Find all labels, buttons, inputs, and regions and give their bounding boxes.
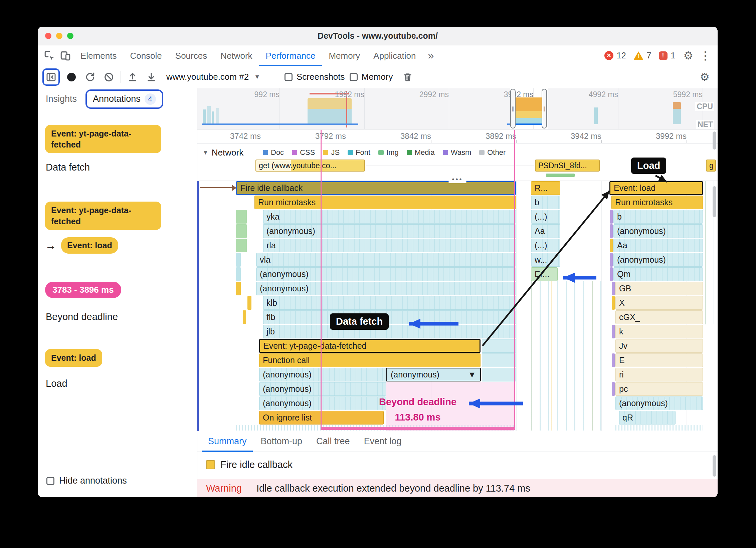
memory-checkbox-row[interactable]: Memory xyxy=(350,72,393,82)
tab-memory[interactable]: Memory xyxy=(322,45,367,66)
download-profile-icon[interactable] xyxy=(144,70,158,84)
details-tab-event-log[interactable]: Event log xyxy=(358,431,408,452)
flame-bar[interactable]: (anonymous) xyxy=(615,396,703,410)
tab-sources[interactable]: Sources xyxy=(169,45,214,66)
network-request[interactable]: get (www.youtube.co... xyxy=(255,160,365,172)
flame-bar[interactable]: b xyxy=(613,210,703,224)
flame-bar[interactable]: pc xyxy=(615,382,703,396)
zoom-window-button[interactable] xyxy=(67,33,73,39)
flame-bar[interactable]: b xyxy=(531,196,560,209)
flame-bar[interactable]: flb xyxy=(263,310,516,324)
network-request[interactable]: g xyxy=(706,160,716,172)
flame-bar[interactable]: Qm xyxy=(613,267,703,281)
tab-application[interactable]: Application xyxy=(367,45,422,66)
flame-bar[interactable]: (anonymous) xyxy=(256,267,516,281)
kebab-menu-icon[interactable]: ⋮ xyxy=(697,49,714,62)
profile-select[interactable]: www.youtube.com #2 ▼ xyxy=(163,72,280,82)
annotation-pill[interactable]: Event: load xyxy=(45,349,102,367)
flame-bar[interactable]: (anonymous) xyxy=(263,224,516,238)
flame-bar[interactable]: (anonymous) xyxy=(256,282,516,295)
more-tabs-icon[interactable]: » xyxy=(423,49,439,62)
annotation-pill[interactable]: Event: load xyxy=(61,237,118,254)
flame-bar[interactable]: Aa xyxy=(531,224,560,238)
annotation-pill[interactable]: Event: yt-page-data-fetched xyxy=(45,202,161,230)
error-count[interactable]: 12 xyxy=(617,51,626,60)
flame-bar[interactable]: k xyxy=(615,325,703,338)
hide-annotations-row[interactable]: Hide annotations xyxy=(46,476,127,486)
flame-bar[interactable]: Fire idle callback xyxy=(236,181,516,195)
capture-settings-gear-icon[interactable]: ⚙ xyxy=(696,70,713,83)
flame-bar[interactable]: cGX_ xyxy=(615,310,703,324)
flame-bar[interactable]: R... xyxy=(531,181,560,195)
annotation-desc[interactable]: Load xyxy=(46,378,190,389)
flame-bar[interactable]: (...) xyxy=(531,239,560,252)
error-badge-icon[interactable]: ✕ xyxy=(604,51,613,60)
scrollbar[interactable] xyxy=(713,131,716,150)
settings-gear-icon[interactable]: ⚙ xyxy=(680,49,697,62)
record-button[interactable] xyxy=(64,70,78,84)
flame-bar[interactable]: vla xyxy=(256,253,516,267)
close-window-button[interactable] xyxy=(45,33,51,39)
flame-bar[interactable]: Run microtasks xyxy=(611,196,703,209)
flame-bar[interactable]: rla xyxy=(263,239,516,252)
details-tab-bottom-up[interactable]: Bottom-up xyxy=(255,431,309,452)
timeline-overview[interactable]: 992 ms1992 ms2992 ms3992 ms4992 ms5992 m… xyxy=(197,88,718,129)
reload-and-record-button[interactable] xyxy=(83,70,97,84)
tab-annotations[interactable]: Annotations 4 xyxy=(85,89,163,109)
hide-annotations-checkbox[interactable] xyxy=(46,477,54,485)
load-annotation-label[interactable]: Load xyxy=(631,158,666,174)
flame-bar[interactable]: Er... xyxy=(531,267,558,281)
flame-bar[interactable]: Function call xyxy=(259,353,481,367)
scrollbar[interactable] xyxy=(713,186,716,217)
flame-bar[interactable]: ri xyxy=(615,368,703,381)
flame-bar[interactable]: (...) xyxy=(531,210,560,224)
upload-profile-icon[interactable] xyxy=(126,70,140,84)
details-tab-call-tree[interactable]: Call tree xyxy=(310,431,356,452)
minimize-window-button[interactable] xyxy=(56,33,62,39)
flame-bar[interactable]: X xyxy=(615,296,703,310)
screenshots-checkbox-row[interactable]: Screenshots xyxy=(285,72,345,82)
flame-bar[interactable]: Event: load xyxy=(609,181,703,195)
memory-checkbox[interactable] xyxy=(350,73,358,81)
flame-bar[interactable]: Aa xyxy=(613,239,703,252)
flame-bar[interactable]: jlb xyxy=(263,325,516,338)
flame-bar[interactable]: yka xyxy=(263,210,516,224)
flame-bar[interactable]: klb xyxy=(263,296,516,310)
flame-bar[interactable]: (anonymous) xyxy=(259,382,386,396)
network-request[interactable]: PSDnSI_8fd... xyxy=(535,160,600,172)
warning-badge-icon[interactable]: ! xyxy=(633,51,643,60)
flame-bar[interactable]: (anonymous) xyxy=(613,253,703,267)
issue-count[interactable]: 1 xyxy=(671,51,676,60)
tab-network[interactable]: Network xyxy=(214,45,259,66)
clear-recording-icon[interactable] xyxy=(102,70,116,84)
main-flame-chart[interactable]: Beyond deadline 113.80 ms Fire idle call… xyxy=(197,181,718,431)
annotation-pill[interactable]: Event: yt-page-data-fetched xyxy=(45,125,161,153)
annotation-desc[interactable]: Beyond deadline xyxy=(46,311,190,322)
data-fetch-annotation-label[interactable]: Data fetch xyxy=(330,313,389,330)
annotation-desc[interactable]: Data fetch xyxy=(46,162,190,173)
tab-performance[interactable]: Performance xyxy=(259,45,322,66)
warning-count[interactable]: 7 xyxy=(647,51,651,60)
collect-garbage-icon[interactable] xyxy=(401,70,415,84)
flame-bar[interactable]: GB xyxy=(615,282,703,295)
flame-bar-dropdown[interactable]: (anonymous)▼ xyxy=(386,368,481,381)
disclosure-triangle-icon[interactable]: ▼ xyxy=(203,150,208,156)
device-toolbar-icon[interactable] xyxy=(58,48,73,63)
overview-window-handle-left[interactable]: ∥ xyxy=(510,89,516,128)
inspect-element-icon[interactable] xyxy=(42,48,57,63)
overview-window-handle-right[interactable]: ∥ xyxy=(542,89,547,128)
flame-bar[interactable]: E xyxy=(615,353,703,367)
screenshots-checkbox[interactable] xyxy=(285,73,293,81)
tab-insights[interactable]: Insights xyxy=(40,94,82,104)
flame-bar[interactable]: Event: yt-page-data-fetched xyxy=(259,339,481,353)
scrollbar[interactable] xyxy=(713,455,716,477)
details-tab-summary[interactable]: Summary xyxy=(202,431,253,452)
tab-console[interactable]: Console xyxy=(123,45,168,66)
issue-badge-icon[interactable]: ! xyxy=(659,51,668,60)
toggle-sidebar-icon[interactable] xyxy=(44,70,58,84)
tab-elements[interactable]: Elements xyxy=(74,45,123,66)
flame-bar[interactable]: (anonymous) xyxy=(613,224,703,238)
flame-bar[interactable]: Jv xyxy=(615,339,703,353)
flame-bar[interactable]: qR xyxy=(619,411,676,425)
flame-bar[interactable]: w... xyxy=(531,253,560,267)
